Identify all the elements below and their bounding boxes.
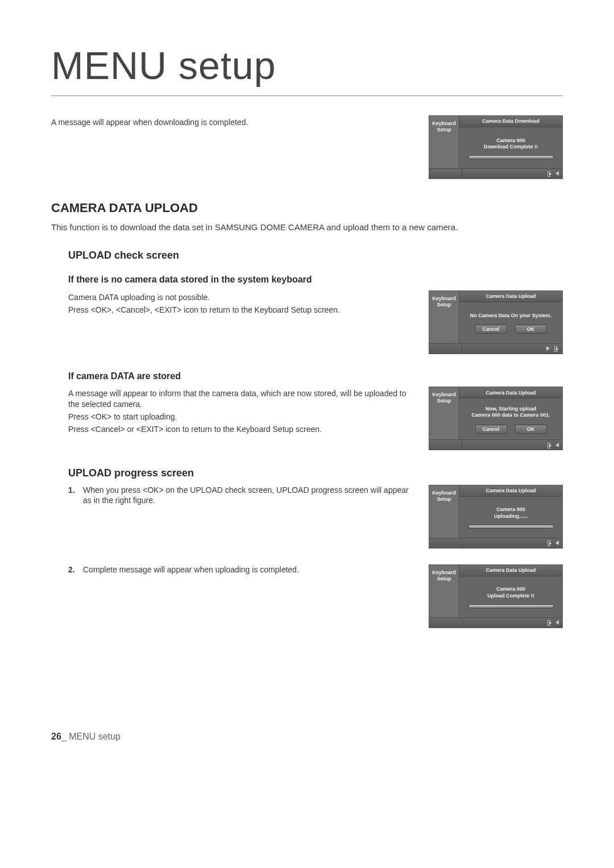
mini-sidebar-line: Keyboard <box>432 296 457 302</box>
mini-sidebar-line: Setup <box>432 302 457 308</box>
no-data-line: Press <OK>, <Cancel>, <EXIT> icon to ret… <box>68 305 412 315</box>
camera-data-upload-heading: CAMERA DATA UPLOAD <box>51 200 563 217</box>
mini-sidebar-line: Keyboard <box>432 121 457 127</box>
download-complete-text: A message will appear when downloading i… <box>51 117 412 128</box>
mini-sidebar: Keyboard Setup <box>429 291 459 343</box>
step-item: 1. When you press <OK> on the UPLOAD che… <box>68 485 412 506</box>
arrow-left-icon[interactable] <box>555 171 559 176</box>
mini-sidebar: Keyboard Setup <box>429 116 459 168</box>
data-stored-row: A message will appear to inform that the… <box>51 387 563 450</box>
step-number: 1. <box>68 485 78 506</box>
progress-step1-row: 1. When you press <OK> on the UPLOAD che… <box>51 485 563 549</box>
exit-icon[interactable] <box>546 171 552 176</box>
mini-message-line: Now, Starting upload <box>471 406 550 413</box>
arrow-left-icon[interactable] <box>555 541 559 545</box>
no-data-heading: If there is no camera data stored in the… <box>68 273 563 286</box>
mini-footer <box>429 343 562 354</box>
exit-icon[interactable] <box>553 346 559 351</box>
mini-download-complete: Keyboard Setup Camera Data Download Came… <box>429 115 563 179</box>
no-data-line: Camera DATA uploading is not possible. <box>68 292 412 303</box>
mini-message: No Camera Data On your System. <box>470 313 552 319</box>
data-stored-line: Press <OK> to start uploading. <box>68 412 412 422</box>
download-complete-row: A message will appear when downloading i… <box>51 115 563 179</box>
mini-sidebar-line: Setup <box>432 496 457 502</box>
no-data-row: Camera DATA uploading is not possible. P… <box>51 290 563 354</box>
mini-sidebar-line: Keyboard <box>432 490 457 496</box>
page-title: MENU setup <box>51 40 563 96</box>
mini-header: Camera Data Upload <box>459 565 562 576</box>
mini-header: Camera Data Upload <box>459 291 562 302</box>
data-stored-heading: If camera DATA are stored <box>68 370 563 383</box>
mini-message: Now, Starting upload Camera 000 data to … <box>471 406 550 419</box>
mini-footer <box>429 617 562 628</box>
exit-icon[interactable] <box>546 540 552 546</box>
exit-icon[interactable] <box>546 620 552 625</box>
arrow-left-icon[interactable] <box>555 443 559 447</box>
page-footer: 26_ MENU setup <box>51 730 563 743</box>
mini-header: Camera Data Upload <box>459 485 562 497</box>
upload-progress-heading: UPLOAD progress screen <box>68 466 563 480</box>
mini-progress-bar <box>468 604 554 608</box>
mini-sidebar: Keyboard Setup <box>429 387 459 439</box>
mini-message-line: Download Complete !! <box>484 144 538 151</box>
mini-upload-confirm: Keyboard Setup Camera Data Upload Now, S… <box>429 387 563 450</box>
exit-icon[interactable] <box>546 442 552 448</box>
page-number: 26 <box>51 732 61 741</box>
arrow-left-icon[interactable] <box>555 620 559 625</box>
mini-sidebar-line: Keyboard <box>432 570 457 576</box>
ok-button[interactable]: OK <box>515 325 547 334</box>
mini-progress-bar <box>468 155 554 159</box>
mini-message: Camera 000 Upload Complete !! <box>487 586 534 599</box>
mini-sidebar-line: Setup <box>432 576 457 582</box>
mini-sidebar-line: Setup <box>432 127 457 133</box>
upload-check-screen-heading: UPLOAD check screen <box>68 248 563 262</box>
cancel-button[interactable]: Cancel <box>475 325 507 334</box>
mini-header: Camera Data Upload <box>459 387 562 398</box>
footer-underscore: _ <box>61 732 69 741</box>
mini-sidebar-line: Keyboard <box>432 392 457 398</box>
step-item: 2. Complete message will appear when upl… <box>68 564 412 575</box>
mini-upload-progress: Keyboard Setup Camera Data Upload Camera… <box>429 485 563 549</box>
step-text: Complete message will appear when upload… <box>83 564 299 575</box>
mini-progress-bar <box>468 525 554 529</box>
cancel-button[interactable]: Cancel <box>475 425 507 434</box>
mini-upload-nodata: Keyboard Setup Camera Data Upload No Cam… <box>429 290 563 354</box>
step-text: When you press <OK> on the UPLOAD check … <box>83 485 412 506</box>
ok-button[interactable]: OK <box>515 425 547 434</box>
mini-sidebar: Keyboard Setup <box>429 485 459 538</box>
mini-message: Camera 000 Uploading...... <box>494 506 528 520</box>
mini-sidebar: Keyboard Setup <box>429 565 459 617</box>
mini-footer <box>429 538 562 548</box>
mini-upload-complete: Keyboard Setup Camera Data Upload Camera… <box>429 564 563 628</box>
mini-footer <box>429 439 562 450</box>
mini-message-line: Camera 000 <box>487 586 534 593</box>
upload-description: This function is to download the data se… <box>51 222 563 233</box>
data-stored-line: Press <Cancel> or <EXIT> icon to return … <box>68 424 412 435</box>
mini-message-line: Camera 000 <box>494 506 528 513</box>
mini-sidebar-line: Setup <box>432 398 457 404</box>
data-stored-line: A message will appear to inform that the… <box>68 388 412 410</box>
step-number: 2. <box>68 564 78 575</box>
mini-message-line: Upload Complete !! <box>487 593 534 600</box>
footer-label: MENU setup <box>69 732 121 741</box>
mini-message: Camera 000 Download Complete !! <box>484 138 538 151</box>
arrow-right-icon[interactable] <box>546 346 550 351</box>
mini-message-line: Camera 000 data to Camera 001. <box>471 412 550 419</box>
progress-step2-row: 2. Complete message will appear when upl… <box>51 564 563 628</box>
mini-header: Camera Data Download <box>459 116 562 127</box>
mini-message-line: Camera 000 <box>484 138 538 144</box>
mini-message-line: Uploading...... <box>494 513 528 520</box>
mini-footer <box>429 168 562 178</box>
